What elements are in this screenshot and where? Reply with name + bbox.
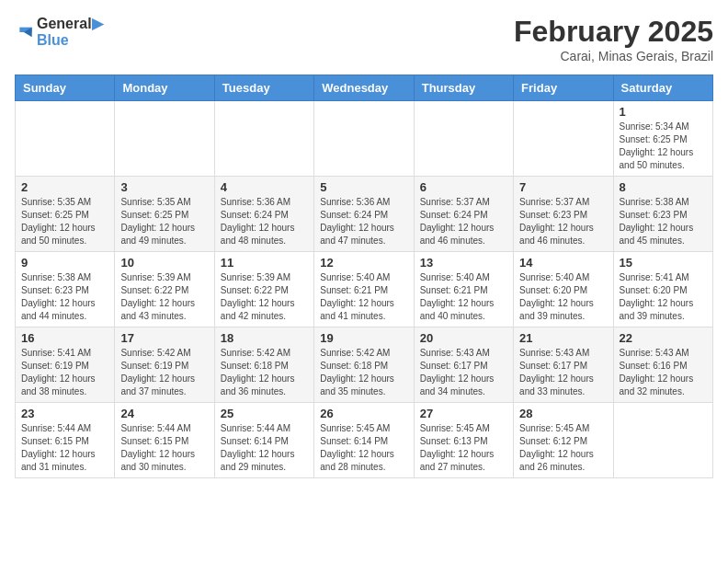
calendar-cell: 8Sunrise: 5:38 AM Sunset: 6:23 PM Daylig… [613, 177, 712, 252]
day-number: 22 [620, 331, 707, 345]
day-info: Sunrise: 5:37 AM Sunset: 6:24 PM Dayligh… [420, 196, 507, 247]
calendar-cell [115, 101, 214, 177]
day-info: Sunrise: 5:35 AM Sunset: 6:25 PM Dayligh… [21, 196, 108, 247]
day-header-thursday: Thursday [414, 75, 513, 101]
day-info: Sunrise: 5:44 AM Sunset: 6:14 PM Dayligh… [221, 422, 308, 474]
calendar-cell: 5Sunrise: 5:36 AM Sunset: 6:24 PM Daylig… [314, 177, 414, 252]
day-number: 15 [620, 256, 707, 270]
calendar-cell: 3Sunrise: 5:35 AM Sunset: 6:25 PM Daylig… [115, 177, 214, 252]
day-info: Sunrise: 5:45 AM Sunset: 6:14 PM Dayligh… [320, 422, 407, 474]
calendar-cell: 28Sunrise: 5:45 AM Sunset: 6:12 PM Dayli… [514, 403, 613, 478]
calendar-header-row: SundayMondayTuesdayWednesdayThursdayFrid… [16, 75, 713, 101]
day-number: 2 [21, 180, 108, 194]
calendar-cell: 26Sunrise: 5:45 AM Sunset: 6:14 PM Dayli… [314, 403, 414, 478]
logo-icon [15, 23, 33, 41]
calendar-cell [613, 403, 712, 478]
calendar-cell: 25Sunrise: 5:44 AM Sunset: 6:14 PM Dayli… [214, 403, 313, 478]
calendar-cell: 16Sunrise: 5:41 AM Sunset: 6:19 PM Dayli… [16, 327, 115, 403]
calendar-week-3: 16Sunrise: 5:41 AM Sunset: 6:19 PM Dayli… [16, 327, 713, 403]
day-number: 24 [120, 407, 208, 420]
calendar-cell: 19Sunrise: 5:42 AM Sunset: 6:18 PM Dayli… [314, 327, 414, 403]
day-header-friday: Friday [514, 75, 613, 101]
day-number: 8 [620, 180, 707, 194]
day-number: 20 [420, 331, 507, 345]
day-info: Sunrise: 5:44 AM Sunset: 6:15 PM Dayligh… [21, 422, 108, 474]
calendar-cell [314, 101, 414, 177]
day-info: Sunrise: 5:40 AM Sunset: 6:21 PM Dayligh… [320, 271, 407, 323]
calendar-cell: 7Sunrise: 5:37 AM Sunset: 6:23 PM Daylig… [514, 177, 613, 252]
day-number: 1 [620, 105, 707, 119]
day-info: Sunrise: 5:36 AM Sunset: 6:24 PM Dayligh… [221, 196, 308, 247]
calendar-cell [514, 101, 613, 177]
day-info: Sunrise: 5:43 AM Sunset: 6:16 PM Dayligh… [620, 347, 707, 398]
day-number: 12 [320, 256, 407, 270]
day-number: 9 [21, 256, 108, 270]
day-info: Sunrise: 5:44 AM Sunset: 6:15 PM Dayligh… [120, 422, 208, 474]
title-area: February 2025 Carai, Minas Gerais, Brazi… [514, 15, 713, 63]
day-info: Sunrise: 5:42 AM Sunset: 6:18 PM Dayligh… [320, 347, 407, 398]
day-number: 26 [320, 407, 407, 420]
page-header: General▶ Blue February 2025 Carai, Minas… [15, 15, 713, 63]
calendar-cell [214, 101, 313, 177]
day-info: Sunrise: 5:42 AM Sunset: 6:18 PM Dayligh… [221, 347, 308, 398]
calendar-cell: 6Sunrise: 5:37 AM Sunset: 6:24 PM Daylig… [414, 177, 513, 252]
calendar-cell: 14Sunrise: 5:40 AM Sunset: 6:20 PM Dayli… [514, 252, 613, 327]
day-number: 23 [21, 407, 108, 420]
day-number: 25 [221, 407, 308, 420]
day-number: 19 [320, 331, 407, 345]
calendar-cell: 13Sunrise: 5:40 AM Sunset: 6:21 PM Dayli… [414, 252, 513, 327]
day-number: 21 [519, 331, 607, 345]
calendar-week-1: 2Sunrise: 5:35 AM Sunset: 6:25 PM Daylig… [16, 177, 713, 252]
day-number: 16 [21, 331, 108, 345]
day-info: Sunrise: 5:41 AM Sunset: 6:20 PM Dayligh… [620, 271, 707, 323]
day-info: Sunrise: 5:40 AM Sunset: 6:20 PM Dayligh… [519, 271, 607, 323]
day-number: 17 [120, 331, 208, 345]
calendar-cell [414, 101, 513, 177]
day-header-sunday: Sunday [16, 75, 115, 101]
calendar-cell: 12Sunrise: 5:40 AM Sunset: 6:21 PM Dayli… [314, 252, 414, 327]
calendar-cell: 10Sunrise: 5:39 AM Sunset: 6:22 PM Dayli… [115, 252, 214, 327]
day-info: Sunrise: 5:40 AM Sunset: 6:21 PM Dayligh… [420, 271, 507, 323]
day-info: Sunrise: 5:45 AM Sunset: 6:13 PM Dayligh… [420, 422, 507, 474]
calendar-cell: 1Sunrise: 5:34 AM Sunset: 6:25 PM Daylig… [613, 101, 712, 177]
calendar-cell: 22Sunrise: 5:43 AM Sunset: 6:16 PM Dayli… [613, 327, 712, 403]
day-header-saturday: Saturday [613, 75, 712, 101]
day-info: Sunrise: 5:34 AM Sunset: 6:25 PM Dayligh… [620, 121, 707, 172]
day-number: 11 [221, 256, 308, 270]
day-number: 4 [221, 180, 308, 194]
logo: General▶ Blue [15, 15, 103, 49]
day-number: 27 [420, 407, 507, 420]
calendar-cell: 20Sunrise: 5:43 AM Sunset: 6:17 PM Dayli… [414, 327, 513, 403]
calendar-cell: 9Sunrise: 5:38 AM Sunset: 6:23 PM Daylig… [16, 252, 115, 327]
day-info: Sunrise: 5:41 AM Sunset: 6:19 PM Dayligh… [21, 347, 108, 398]
day-info: Sunrise: 5:35 AM Sunset: 6:25 PM Dayligh… [120, 196, 208, 247]
calendar-cell [16, 101, 115, 177]
day-info: Sunrise: 5:39 AM Sunset: 6:22 PM Dayligh… [221, 271, 308, 323]
day-info: Sunrise: 5:45 AM Sunset: 6:12 PM Dayligh… [519, 422, 607, 474]
day-header-monday: Monday [115, 75, 214, 101]
calendar-cell: 4Sunrise: 5:36 AM Sunset: 6:24 PM Daylig… [214, 177, 313, 252]
day-info: Sunrise: 5:42 AM Sunset: 6:19 PM Dayligh… [120, 347, 208, 398]
day-info: Sunrise: 5:37 AM Sunset: 6:23 PM Dayligh… [519, 196, 607, 247]
calendar-cell: 2Sunrise: 5:35 AM Sunset: 6:25 PM Daylig… [16, 177, 115, 252]
calendar-cell: 24Sunrise: 5:44 AM Sunset: 6:15 PM Dayli… [115, 403, 214, 478]
day-info: Sunrise: 5:43 AM Sunset: 6:17 PM Dayligh… [519, 347, 607, 398]
calendar-week-2: 9Sunrise: 5:38 AM Sunset: 6:23 PM Daylig… [16, 252, 713, 327]
calendar-week-4: 23Sunrise: 5:44 AM Sunset: 6:15 PM Dayli… [16, 403, 713, 478]
day-number: 3 [120, 180, 208, 194]
day-number: 28 [519, 407, 607, 420]
calendar-cell: 11Sunrise: 5:39 AM Sunset: 6:22 PM Dayli… [214, 252, 313, 327]
day-number: 10 [120, 256, 208, 270]
day-number: 13 [420, 256, 507, 270]
day-header-tuesday: Tuesday [214, 75, 313, 101]
calendar-cell: 21Sunrise: 5:43 AM Sunset: 6:17 PM Dayli… [514, 327, 613, 403]
day-info: Sunrise: 5:36 AM Sunset: 6:24 PM Dayligh… [320, 196, 407, 247]
day-header-wednesday: Wednesday [314, 75, 414, 101]
day-info: Sunrise: 5:43 AM Sunset: 6:17 PM Dayligh… [420, 347, 507, 398]
day-info: Sunrise: 5:38 AM Sunset: 6:23 PM Dayligh… [21, 271, 108, 323]
location: Carai, Minas Gerais, Brazil [514, 49, 713, 63]
calendar-cell: 23Sunrise: 5:44 AM Sunset: 6:15 PM Dayli… [16, 403, 115, 478]
calendar-cell: 15Sunrise: 5:41 AM Sunset: 6:20 PM Dayli… [613, 252, 712, 327]
day-number: 18 [221, 331, 308, 345]
calendar-cell: 18Sunrise: 5:42 AM Sunset: 6:18 PM Dayli… [214, 327, 313, 403]
